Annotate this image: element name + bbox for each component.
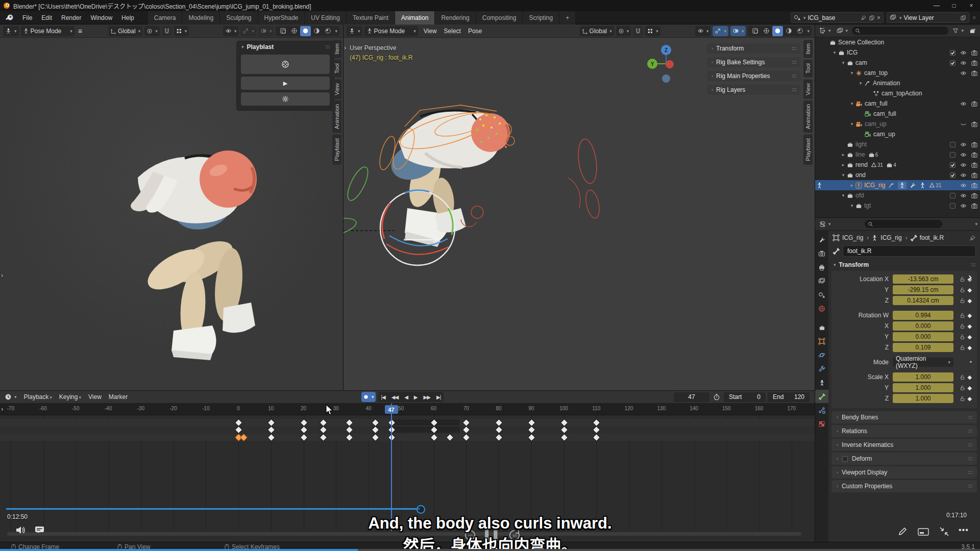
drag-dots-icon[interactable] — [968, 457, 973, 461]
view-layer-selector[interactable]: ▾ View Layer — [887, 12, 969, 23]
n-panel-rig-main-properties[interactable]: ›Rig Main Properties — [707, 71, 800, 81]
drag-dots-icon[interactable] — [968, 429, 973, 433]
close-button[interactable]: × — [963, 0, 980, 11]
end-frame-field[interactable]: End120 — [768, 392, 810, 402]
panel-bendy-bones[interactable]: ›Bendy Bones — [831, 411, 977, 423]
eye-toggle-icon[interactable] — [960, 203, 967, 209]
rotation-mode-dropdown[interactable]: Quaternion (WXYZ)▾ — [893, 358, 953, 367]
start-frame-field[interactable]: Start0 — [724, 392, 766, 402]
keyframe-diamond-icon[interactable]: ◆ — [968, 323, 972, 330]
workspace-tab-sculpting[interactable]: Sculpting — [220, 11, 258, 24]
panel-deform[interactable]: ›Deform — [831, 453, 977, 465]
panel-viewport-display[interactable]: ›Viewport Display — [831, 466, 977, 479]
n-panel-rig-layers[interactable]: ›Rig Layers — [707, 85, 800, 95]
sidebar-tab-tool[interactable]: Tool — [332, 60, 341, 77]
drag-dots-icon[interactable] — [792, 74, 797, 78]
sidebar-tab-view[interactable]: View — [803, 80, 813, 99]
keyframe-diamond-icon[interactable]: ◆ — [968, 334, 972, 340]
camera-toggle-icon[interactable] — [971, 152, 978, 158]
menu-file[interactable]: File — [18, 13, 37, 23]
properties-tab-tool[interactable] — [815, 233, 828, 246]
jump-to-end-button[interactable]: ▶| — [433, 392, 444, 402]
copy-icon[interactable] — [960, 15, 966, 21]
expander-icon[interactable]: ▸ — [841, 162, 846, 167]
checkbox-icon[interactable] — [949, 152, 956, 158]
playblast-render-button[interactable] — [241, 55, 330, 74]
value-field[interactable]: 0.14324 cm — [893, 296, 953, 305]
shading-material-icon[interactable] — [783, 26, 794, 36]
outliner-row-line[interactable]: ▸line6 — [815, 149, 980, 160]
next-keyframe-button[interactable]: ▶▶ — [421, 392, 433, 402]
expander-icon[interactable]: ▾ — [849, 121, 854, 127]
outliner-row-cam-up[interactable]: cam_up — [815, 129, 980, 139]
panel-relations[interactable]: ›Relations — [831, 425, 977, 437]
gizmos-dropdown[interactable]: ▾ — [240, 26, 256, 36]
drag-dots-icon[interactable] — [968, 484, 973, 488]
copy-icon[interactable] — [869, 15, 875, 21]
expander-icon[interactable]: ▾ — [841, 193, 846, 198]
toggle-xray-icon[interactable] — [278, 26, 288, 36]
snap-target-selector[interactable]: ▾ — [645, 26, 660, 36]
breadcrumb-item[interactable]: ICG_rig — [842, 234, 863, 241]
outliner-row-cam[interactable]: ▾cam — [815, 58, 980, 68]
viewport-menu-pose[interactable]: Pose — [464, 28, 485, 35]
keyframe-diamond-icon[interactable]: ◆ — [968, 374, 972, 381]
workspace-tab-modeling[interactable]: Modeling — [182, 11, 220, 24]
viewport-left[interactable]: ▾ Pose Mode▾ ≡ Global▾ ▾ ▾ ▾ ▾ ▾ ▾ ▾Play… — [0, 24, 343, 390]
mode-selector[interactable]: Pose Mode▾ — [364, 26, 418, 36]
outliner-row-scene-collection[interactable]: Scene Collection — [815, 37, 980, 47]
display-mode-button[interactable]: ▾ — [835, 26, 850, 36]
outliner-row-icg[interactable]: ▾ICG — [815, 47, 980, 58]
orientation-selector[interactable]: Global▾ — [108, 26, 142, 36]
outliner-row-light[interactable]: light — [815, 139, 980, 149]
outliner-row-icg-rig[interactable]: ▸ICG_rig31 — [815, 180, 980, 190]
timeline-ruler[interactable]: -70-60-50-40-30-20-100102030405060708090… — [0, 404, 815, 415]
menu-edit[interactable]: Edit — [37, 13, 57, 23]
bone-name-input[interactable]: foot_ik.R — [843, 245, 976, 257]
camera-toggle-icon[interactable] — [971, 101, 978, 107]
shading-material-icon[interactable] — [311, 26, 322, 36]
breadcrumb-item[interactable]: ICG_rig — [880, 234, 901, 241]
editor-type-button[interactable]: ▾ — [347, 26, 362, 36]
value-field[interactable]: 0.994 — [893, 311, 953, 320]
shading-rendered-icon[interactable] — [323, 26, 333, 36]
camera-toggle-icon[interactable] — [971, 70, 978, 77]
eye-toggle-icon[interactable] — [960, 192, 967, 199]
outliner-row-cam-top[interactable]: ▾cam_top — [815, 68, 980, 78]
lock-icon[interactable] — [960, 287, 965, 293]
panel-resize-chevron[interactable]: › — [968, 271, 972, 284]
playblast-play-button[interactable]: ▶ — [241, 77, 330, 90]
camera-toggle-icon[interactable] — [971, 141, 978, 148]
checkbox-icon[interactable] — [949, 192, 956, 199]
value-field[interactable]: 1.000 — [893, 372, 953, 382]
value-field[interactable]: 0.000 — [893, 332, 953, 341]
outliner-row-cam-full[interactable]: ▾cam_full — [815, 98, 980, 109]
outliner-row-cam-up[interactable]: ▾cam_up — [815, 119, 980, 129]
shading-solid-icon[interactable] — [772, 26, 783, 36]
eye-toggle-icon[interactable] — [960, 70, 967, 77]
expander-icon[interactable]: ▸ — [849, 183, 854, 188]
shading-rendered-icon[interactable] — [795, 26, 805, 36]
player-progress-remaining[interactable] — [358, 549, 980, 551]
editor-type-button[interactable]: ▾ — [818, 219, 832, 229]
st​opwatch-icon[interactable] — [713, 393, 720, 400]
eye-toggle-icon[interactable] — [960, 121, 967, 128]
value-field[interactable]: 1.000 — [893, 383, 953, 392]
sidebar-tab-playblast[interactable]: Playblast — [803, 135, 813, 165]
keyframe-diamond-icon[interactable]: ◆ — [968, 385, 972, 391]
editor-type-button[interactable]: ▾ — [818, 26, 832, 36]
drag-dots-icon[interactable] — [968, 470, 973, 474]
properties-tab-images[interactable] — [815, 274, 828, 288]
orientation-selector[interactable]: Global▾ — [580, 26, 614, 36]
shading-solid-icon[interactable] — [300, 26, 311, 36]
expander-icon[interactable]: ▾ — [841, 172, 846, 178]
drag-dots-icon[interactable] — [968, 415, 973, 419]
outliner-row-tgt[interactable]: ▾tgt — [815, 201, 980, 211]
toolbar-expand-chevron[interactable]: › — [1, 271, 3, 279]
checkbox-icon[interactable] — [949, 49, 956, 56]
expander-icon[interactable]: ▾ — [849, 203, 854, 208]
pivot-selector[interactable]: ▾ — [144, 26, 160, 36]
camera-toggle-icon[interactable] — [971, 121, 978, 128]
outliner-row-cam-topaction[interactable]: cam_topAction — [815, 88, 980, 98]
prev-keyframe-button[interactable]: ◀◀ — [388, 392, 401, 402]
